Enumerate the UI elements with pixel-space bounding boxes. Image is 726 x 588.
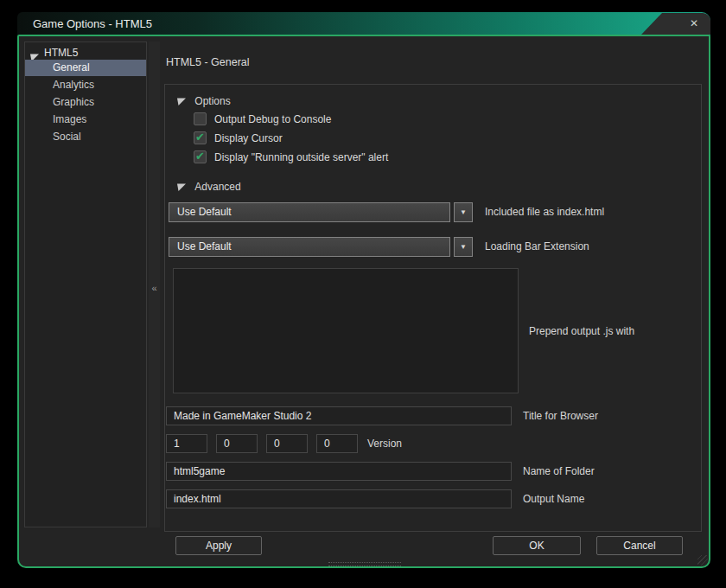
checkbox-display-cursor[interactable]: ✔ xyxy=(194,131,207,144)
section-expanded-icon xyxy=(177,96,188,108)
loading-bar-label: Loading Bar Extension xyxy=(485,237,589,257)
game-options-window: Game Options - HTML5 ✕ HTML5 General Ana… xyxy=(17,12,710,568)
sidebar-item-graphics[interactable]: Graphics xyxy=(25,94,146,111)
sidebar-item-images[interactable]: Images xyxy=(25,112,146,128)
loading-bar-dropdown[interactable]: Use Default xyxy=(169,237,450,257)
output-name-input[interactable] xyxy=(166,489,512,508)
checkbox-label: Display Cursor xyxy=(214,131,283,145)
checkbox-label: Display "Running outside server" alert xyxy=(214,150,388,164)
options-section-header[interactable]: Options xyxy=(177,95,231,108)
included-file-dropdown-row: Use Default ▼ Included file as index.htm… xyxy=(169,202,473,222)
included-file-dropdown[interactable]: Use Default xyxy=(169,202,450,222)
window-title: Game Options - HTML5 xyxy=(33,12,152,35)
page-title: HTML5 - General xyxy=(166,56,250,68)
loading-bar-dropdown-row: Use Default ▼ Loading Bar Extension xyxy=(169,237,473,257)
apply-button[interactable]: Apply xyxy=(175,536,262,555)
included-file-label: Included file as index.html xyxy=(485,202,604,222)
ok-button[interactable]: OK xyxy=(493,536,581,555)
sidebar-splitter[interactable]: « xyxy=(149,42,160,527)
folder-name-input[interactable] xyxy=(166,462,512,481)
browser-title-input[interactable] xyxy=(166,406,512,425)
version-build-input[interactable] xyxy=(266,434,308,453)
version-major-input[interactable] xyxy=(166,434,207,453)
checkbox-label: Output Debug to Console xyxy=(214,112,331,126)
checkbox-output-debug[interactable]: ✔ xyxy=(194,112,207,125)
titlebar[interactable]: Game Options - HTML5 ✕ xyxy=(17,12,710,35)
sidebar-item-analytics[interactable]: Analytics xyxy=(25,77,146,93)
check-icon: ✔ xyxy=(195,131,205,144)
settings-panel: Options ✔ Output Debug to Console ✔ Disp… xyxy=(164,84,702,532)
version-revision-input[interactable] xyxy=(316,434,358,453)
prepend-js-textarea[interactable] xyxy=(173,268,519,393)
cancel-button[interactable]: Cancel xyxy=(596,536,683,555)
collapse-sidebar-icon[interactable]: « xyxy=(149,283,160,293)
check-icon: ✔ xyxy=(195,150,205,163)
folder-name-label: Name of Folder xyxy=(523,462,595,481)
version-minor-input[interactable] xyxy=(216,434,258,453)
sidebar-item-general[interactable]: General xyxy=(25,60,146,76)
browser-title-label: Title for Browser xyxy=(523,406,598,425)
prepend-js-label: Prepend output .js with xyxy=(529,268,634,393)
chevron-down-icon[interactable]: ▼ xyxy=(454,202,473,222)
options-tree: HTML5 General Analytics Graphics Images … xyxy=(24,42,147,527)
advanced-section-title: Advanced xyxy=(194,181,240,193)
close-icon: ✕ xyxy=(690,13,698,35)
section-expanded-icon xyxy=(177,182,188,194)
close-button[interactable]: ✕ xyxy=(641,13,710,35)
drag-handle[interactable] xyxy=(328,562,401,566)
checkbox-running-outside-alert[interactable]: ✔ xyxy=(194,150,207,163)
options-section-title: Options xyxy=(194,95,230,107)
chevron-down-icon[interactable]: ▼ xyxy=(454,237,473,257)
resize-grip[interactable] xyxy=(697,555,708,566)
output-name-label: Output Name xyxy=(523,489,584,508)
version-label: Version xyxy=(367,434,402,453)
sidebar-item-social[interactable]: Social xyxy=(25,129,146,145)
dialog-body: HTML5 General Analytics Graphics Images … xyxy=(17,35,710,568)
advanced-section-header[interactable]: Advanced xyxy=(177,181,241,194)
